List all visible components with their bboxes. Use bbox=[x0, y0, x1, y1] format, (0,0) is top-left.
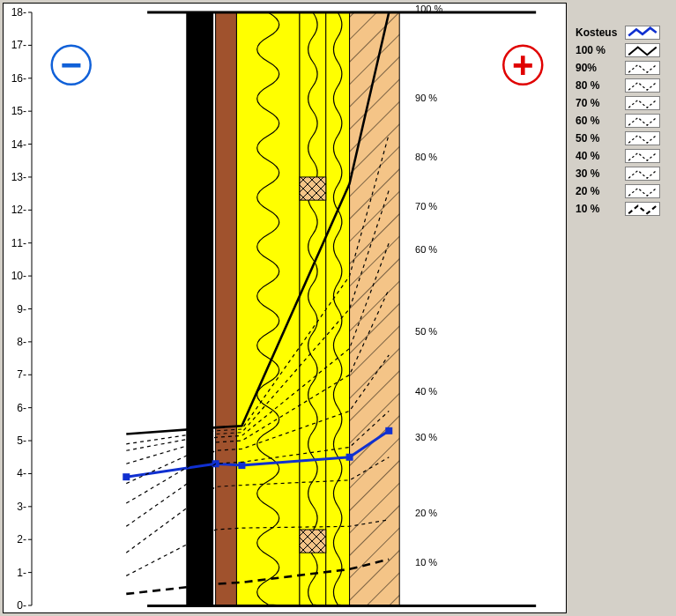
pct-label: 60 % bbox=[415, 244, 437, 255]
legend-row: 80 % bbox=[576, 78, 672, 93]
wall-layer bbox=[350, 12, 400, 605]
svg-rect-32 bbox=[346, 454, 353, 461]
legend-swatch bbox=[625, 202, 660, 216]
legend-label: 30 % bbox=[576, 167, 625, 180]
minus-icon: − bbox=[60, 44, 82, 85]
pct-label: 40 % bbox=[415, 386, 437, 397]
legend-label: 100 % bbox=[576, 44, 625, 56]
legend-label: 70 % bbox=[576, 97, 625, 109]
y-tick-label: 7- bbox=[17, 368, 26, 381]
y-tick-label: 13- bbox=[11, 171, 26, 183]
pct-label: 20 % bbox=[415, 508, 437, 518]
legend-swatch bbox=[625, 184, 660, 198]
y-tick-label: 5- bbox=[17, 434, 26, 447]
legend-label: 80 % bbox=[576, 79, 625, 92]
legend-label: 20 % bbox=[576, 185, 625, 197]
chart-svg: 0-1-2-3-4-5-6-7-8-9-10-11-12-13-14-15-16… bbox=[4, 4, 566, 612]
svg-rect-33 bbox=[385, 427, 392, 434]
chart-area: 0-1-2-3-4-5-6-7-8-9-10-11-12-13-14-15-16… bbox=[3, 3, 567, 613]
legend-swatch bbox=[625, 149, 660, 163]
y-tick-label: 3- bbox=[17, 501, 26, 513]
y-tick-label: 11- bbox=[11, 237, 26, 249]
y-tick-label: 12- bbox=[11, 204, 26, 216]
legend-row: 40 % bbox=[576, 148, 672, 164]
legend-row: 60 % bbox=[576, 113, 672, 129]
legend-swatch bbox=[625, 96, 660, 110]
legend-swatch bbox=[625, 167, 660, 181]
legend: Kosteus100 %90%80 %70 %60 %50 %40 %30 %2… bbox=[576, 25, 672, 219]
y-tick-label: 4- bbox=[17, 467, 26, 479]
svg-rect-29 bbox=[123, 473, 130, 480]
wall-layer bbox=[216, 12, 237, 605]
y-tick-label: 15- bbox=[11, 105, 26, 117]
legend-row: 20 % bbox=[576, 183, 672, 199]
legend-row: 70 % bbox=[576, 95, 672, 111]
legend-swatch bbox=[625, 26, 660, 40]
legend-label: 50 % bbox=[576, 132, 625, 145]
wall-layer bbox=[187, 12, 213, 605]
y-tick-label: 16- bbox=[11, 72, 26, 85]
legend-swatch bbox=[625, 78, 660, 93]
legend-row: 30 % bbox=[576, 166, 672, 182]
y-tick-label: 18- bbox=[11, 6, 26, 19]
plus-icon: + bbox=[512, 44, 534, 85]
legend-row: 90% bbox=[576, 60, 672, 76]
y-tick-label: 1- bbox=[17, 567, 26, 579]
pct-label: 10 % bbox=[415, 557, 437, 568]
svg-rect-5 bbox=[300, 177, 326, 200]
legend-swatch bbox=[625, 114, 660, 128]
legend-label: 60 % bbox=[576, 115, 625, 127]
svg-rect-6 bbox=[300, 530, 326, 553]
legend-swatch bbox=[625, 43, 660, 57]
svg-rect-31 bbox=[238, 462, 245, 469]
y-tick-label: 2- bbox=[17, 533, 26, 545]
legend-row: 50 % bbox=[576, 130, 672, 146]
legend-row: Kosteus bbox=[576, 25, 672, 41]
y-tick-label: 9- bbox=[17, 303, 26, 315]
pct-label: 80 % bbox=[415, 152, 437, 162]
legend-swatch bbox=[625, 131, 660, 145]
pct-label: 90 % bbox=[415, 93, 437, 103]
pct-label: 50 % bbox=[415, 326, 437, 337]
legend-label: 40 % bbox=[576, 150, 625, 162]
y-tick-label: 8- bbox=[17, 336, 26, 348]
legend-label: Kosteus bbox=[576, 26, 625, 39]
pct-label: 30 % bbox=[415, 432, 437, 442]
legend-label: 90% bbox=[576, 62, 625, 74]
legend-row: 10 % bbox=[576, 201, 672, 217]
y-tick-label: 17- bbox=[11, 39, 26, 51]
legend-swatch bbox=[625, 61, 660, 75]
legend-row: 100 % bbox=[576, 42, 672, 58]
pct-label: 70 % bbox=[415, 201, 437, 212]
pct-label: 100 % bbox=[415, 4, 442, 14]
legend-label: 10 % bbox=[576, 203, 625, 215]
y-tick-label: 10- bbox=[11, 270, 26, 282]
y-tick-label: 14- bbox=[11, 138, 26, 151]
y-tick-label: 0- bbox=[17, 599, 26, 612]
y-tick-label: 6- bbox=[17, 402, 26, 414]
